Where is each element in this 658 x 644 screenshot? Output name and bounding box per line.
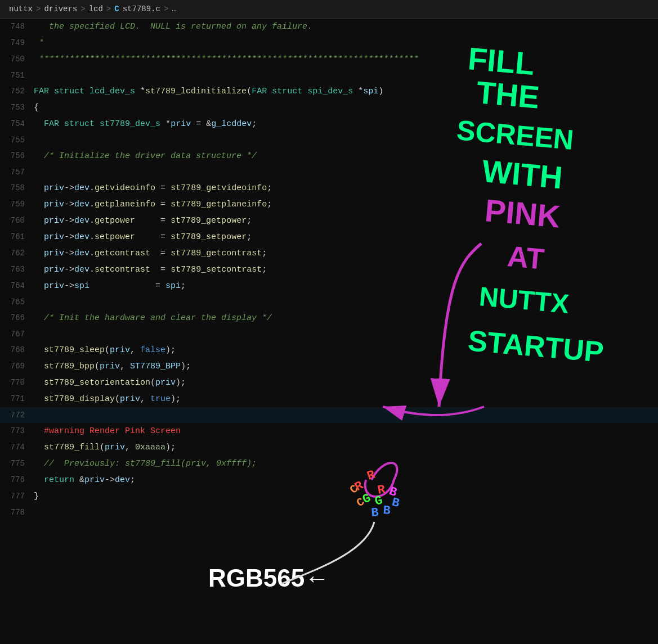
table-row: 770 st7789_setorientation(priv);	[0, 375, 658, 391]
breadcrumb-sep-2: >	[80, 4, 85, 13]
table-row: 748 the specified LCD. NULL is returned …	[0, 19, 658, 35]
table-row: 758 priv->dev.getvideoinfo = st7789_getv…	[0, 180, 658, 196]
table-row: 763 priv->dev.setcontrast = st7789_setco…	[0, 262, 658, 278]
table-row: 759 priv->dev.getplaneinfo = st7789_getp…	[0, 196, 658, 213]
table-row: 766 /* Init the hardware and clear the d…	[0, 310, 658, 326]
breadcrumb-sep-3: >	[106, 4, 111, 13]
breadcrumb-dots: …	[172, 4, 176, 13]
table-row: 749 *	[0, 35, 658, 51]
table-row: 755	[0, 132, 658, 148]
table-row: 765	[0, 294, 658, 310]
breadcrumb-sep-4: >	[164, 4, 168, 13]
table-row: 777 }	[0, 488, 658, 505]
table-row: 757	[0, 164, 658, 180]
table-row: 775 // Previously: st7789_fill(priv, 0xf…	[0, 456, 658, 472]
table-row: 769 st7789_bpp(priv, ST7789_BPP);	[0, 358, 658, 375]
table-row: 752 FAR struct lcd_dev_s *st7789_lcdinit…	[0, 83, 658, 100]
breadcrumb: nuttx > drivers > lcd > C st7789.c > …	[0, 0, 658, 19]
code-container: 748 the specified LCD. NULL is returned …	[0, 19, 658, 520]
annotation-curve	[281, 522, 374, 584]
table-row: 753 {	[0, 100, 658, 116]
breadcrumb-lcd[interactable]: lcd	[89, 4, 103, 13]
table-row: 760 priv->dev.getpower = st7789_getpower…	[0, 213, 658, 229]
table-row: 762 priv->dev.getcontrast = st7789_getco…	[0, 245, 658, 262]
table-row: 767	[0, 326, 658, 342]
breadcrumb-sep-1: >	[36, 4, 41, 13]
table-row: 761 priv->dev.setpower = st7789_setpower…	[0, 229, 658, 245]
table-row: 751	[0, 67, 658, 83]
breadcrumb-filename[interactable]: st7789.c	[123, 4, 160, 13]
table-row: 774 st7789_fill(priv, 0xaaaa);	[0, 439, 658, 456]
table-row: 768 st7789_sleep(priv, false);	[0, 342, 658, 358]
annotation-rgb565: RGB565←	[208, 564, 329, 592]
table-row: 772	[0, 407, 658, 423]
table-row: 764 priv->spi = spi;	[0, 278, 658, 294]
table-row: 776 return &priv->dev;	[0, 472, 658, 488]
table-row: 773 #warning Render Pink Screen	[0, 423, 658, 439]
table-row: 754 FAR struct st7789_dev_s *priv = &g_l…	[0, 116, 658, 132]
table-row: 750 ************************************…	[0, 51, 658, 67]
breadcrumb-nuttx[interactable]: nuttx	[9, 4, 33, 13]
breadcrumb-drivers[interactable]: drivers	[44, 4, 77, 13]
table-row: 778	[0, 505, 658, 520]
table-row: 771 st7789_display(priv, true);	[0, 391, 658, 407]
breadcrumb-lang: C	[114, 4, 119, 13]
table-row: 756 /* Initialize the driver data struct…	[0, 148, 658, 164]
